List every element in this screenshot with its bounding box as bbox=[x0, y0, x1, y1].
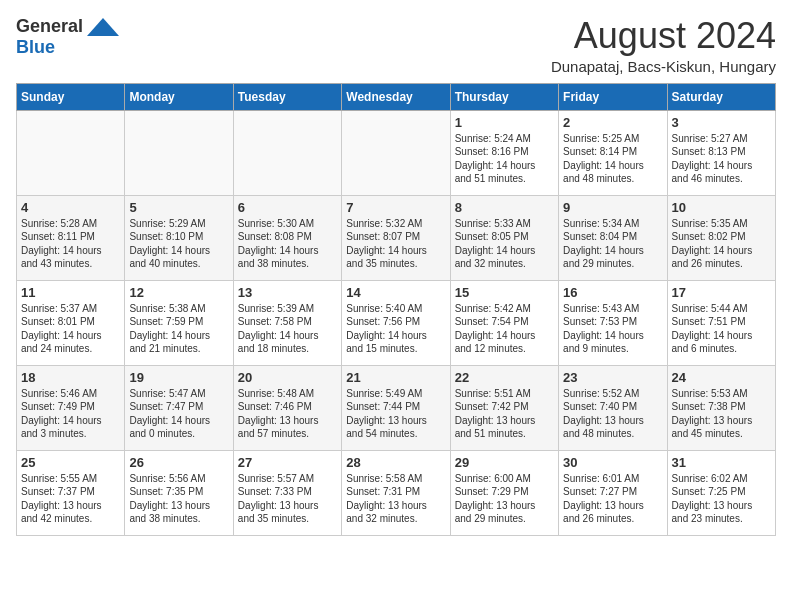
cell-content: Sunrise: 5:55 AM Sunset: 7:37 PM Dayligh… bbox=[21, 472, 120, 526]
day-number: 29 bbox=[455, 455, 554, 470]
location-title: Dunapataj, Bacs-Kiskun, Hungary bbox=[551, 58, 776, 75]
calendar-cell: 2Sunrise: 5:25 AM Sunset: 8:14 PM Daylig… bbox=[559, 110, 667, 195]
week-row-4: 18Sunrise: 5:46 AM Sunset: 7:49 PM Dayli… bbox=[17, 365, 776, 450]
svg-marker-0 bbox=[87, 18, 119, 36]
day-number: 25 bbox=[21, 455, 120, 470]
calendar-cell: 5Sunrise: 5:29 AM Sunset: 8:10 PM Daylig… bbox=[125, 195, 233, 280]
calendar-cell bbox=[17, 110, 125, 195]
cell-content: Sunrise: 5:56 AM Sunset: 7:35 PM Dayligh… bbox=[129, 472, 228, 526]
cell-content: Sunrise: 5:43 AM Sunset: 7:53 PM Dayligh… bbox=[563, 302, 662, 356]
day-number: 12 bbox=[129, 285, 228, 300]
day-number: 19 bbox=[129, 370, 228, 385]
title-area: August 2024 Dunapataj, Bacs-Kiskun, Hung… bbox=[551, 16, 776, 75]
calendar-cell: 1Sunrise: 5:24 AM Sunset: 8:16 PM Daylig… bbox=[450, 110, 558, 195]
cell-content: Sunrise: 5:37 AM Sunset: 8:01 PM Dayligh… bbox=[21, 302, 120, 356]
day-number: 4 bbox=[21, 200, 120, 215]
cell-content: Sunrise: 5:35 AM Sunset: 8:02 PM Dayligh… bbox=[672, 217, 771, 271]
day-number: 20 bbox=[238, 370, 337, 385]
calendar-table: SundayMondayTuesdayWednesdayThursdayFrid… bbox=[16, 83, 776, 536]
cell-content: Sunrise: 5:40 AM Sunset: 7:56 PM Dayligh… bbox=[346, 302, 445, 356]
calendar-cell: 29Sunrise: 6:00 AM Sunset: 7:29 PM Dayli… bbox=[450, 450, 558, 535]
day-number: 15 bbox=[455, 285, 554, 300]
col-header-thursday: Thursday bbox=[450, 83, 558, 110]
cell-content: Sunrise: 5:28 AM Sunset: 8:11 PM Dayligh… bbox=[21, 217, 120, 271]
calendar-cell: 6Sunrise: 5:30 AM Sunset: 8:08 PM Daylig… bbox=[233, 195, 341, 280]
calendar-cell: 9Sunrise: 5:34 AM Sunset: 8:04 PM Daylig… bbox=[559, 195, 667, 280]
cell-content: Sunrise: 5:34 AM Sunset: 8:04 PM Dayligh… bbox=[563, 217, 662, 271]
cell-content: Sunrise: 5:39 AM Sunset: 7:58 PM Dayligh… bbox=[238, 302, 337, 356]
day-number: 9 bbox=[563, 200, 662, 215]
calendar-cell: 10Sunrise: 5:35 AM Sunset: 8:02 PM Dayli… bbox=[667, 195, 775, 280]
calendar-cell: 31Sunrise: 6:02 AM Sunset: 7:25 PM Dayli… bbox=[667, 450, 775, 535]
calendar-cell: 12Sunrise: 5:38 AM Sunset: 7:59 PM Dayli… bbox=[125, 280, 233, 365]
day-number: 1 bbox=[455, 115, 554, 130]
cell-content: Sunrise: 5:29 AM Sunset: 8:10 PM Dayligh… bbox=[129, 217, 228, 271]
calendar-cell: 15Sunrise: 5:42 AM Sunset: 7:54 PM Dayli… bbox=[450, 280, 558, 365]
calendar-cell bbox=[233, 110, 341, 195]
logo-general-text: General bbox=[16, 16, 83, 37]
calendar-cell: 20Sunrise: 5:48 AM Sunset: 7:46 PM Dayli… bbox=[233, 365, 341, 450]
col-header-friday: Friday bbox=[559, 83, 667, 110]
logo-icon bbox=[87, 18, 119, 36]
calendar-cell: 26Sunrise: 5:56 AM Sunset: 7:35 PM Dayli… bbox=[125, 450, 233, 535]
cell-content: Sunrise: 5:53 AM Sunset: 7:38 PM Dayligh… bbox=[672, 387, 771, 441]
cell-content: Sunrise: 5:52 AM Sunset: 7:40 PM Dayligh… bbox=[563, 387, 662, 441]
day-number: 6 bbox=[238, 200, 337, 215]
calendar-cell: 8Sunrise: 5:33 AM Sunset: 8:05 PM Daylig… bbox=[450, 195, 558, 280]
header-row: SundayMondayTuesdayWednesdayThursdayFrid… bbox=[17, 83, 776, 110]
day-number: 2 bbox=[563, 115, 662, 130]
cell-content: Sunrise: 5:24 AM Sunset: 8:16 PM Dayligh… bbox=[455, 132, 554, 186]
calendar-cell: 7Sunrise: 5:32 AM Sunset: 8:07 PM Daylig… bbox=[342, 195, 450, 280]
day-number: 14 bbox=[346, 285, 445, 300]
col-header-sunday: Sunday bbox=[17, 83, 125, 110]
day-number: 30 bbox=[563, 455, 662, 470]
cell-content: Sunrise: 5:27 AM Sunset: 8:13 PM Dayligh… bbox=[672, 132, 771, 186]
calendar-cell: 16Sunrise: 5:43 AM Sunset: 7:53 PM Dayli… bbox=[559, 280, 667, 365]
day-number: 17 bbox=[672, 285, 771, 300]
day-number: 18 bbox=[21, 370, 120, 385]
col-header-saturday: Saturday bbox=[667, 83, 775, 110]
cell-content: Sunrise: 5:44 AM Sunset: 7:51 PM Dayligh… bbox=[672, 302, 771, 356]
cell-content: Sunrise: 5:46 AM Sunset: 7:49 PM Dayligh… bbox=[21, 387, 120, 441]
cell-content: Sunrise: 5:32 AM Sunset: 8:07 PM Dayligh… bbox=[346, 217, 445, 271]
calendar-cell: 11Sunrise: 5:37 AM Sunset: 8:01 PM Dayli… bbox=[17, 280, 125, 365]
week-row-2: 4Sunrise: 5:28 AM Sunset: 8:11 PM Daylig… bbox=[17, 195, 776, 280]
cell-content: Sunrise: 5:47 AM Sunset: 7:47 PM Dayligh… bbox=[129, 387, 228, 441]
calendar-cell: 3Sunrise: 5:27 AM Sunset: 8:13 PM Daylig… bbox=[667, 110, 775, 195]
day-number: 27 bbox=[238, 455, 337, 470]
week-row-3: 11Sunrise: 5:37 AM Sunset: 8:01 PM Dayli… bbox=[17, 280, 776, 365]
cell-content: Sunrise: 5:49 AM Sunset: 7:44 PM Dayligh… bbox=[346, 387, 445, 441]
col-header-wednesday: Wednesday bbox=[342, 83, 450, 110]
cell-content: Sunrise: 5:42 AM Sunset: 7:54 PM Dayligh… bbox=[455, 302, 554, 356]
day-number: 7 bbox=[346, 200, 445, 215]
col-header-tuesday: Tuesday bbox=[233, 83, 341, 110]
calendar-cell bbox=[342, 110, 450, 195]
cell-content: Sunrise: 5:25 AM Sunset: 8:14 PM Dayligh… bbox=[563, 132, 662, 186]
day-number: 28 bbox=[346, 455, 445, 470]
page-header: General Blue August 2024 Dunapataj, Bacs… bbox=[16, 16, 776, 75]
calendar-cell: 30Sunrise: 6:01 AM Sunset: 7:27 PM Dayli… bbox=[559, 450, 667, 535]
day-number: 23 bbox=[563, 370, 662, 385]
calendar-cell: 18Sunrise: 5:46 AM Sunset: 7:49 PM Dayli… bbox=[17, 365, 125, 450]
calendar-cell: 13Sunrise: 5:39 AM Sunset: 7:58 PM Dayli… bbox=[233, 280, 341, 365]
cell-content: Sunrise: 5:58 AM Sunset: 7:31 PM Dayligh… bbox=[346, 472, 445, 526]
day-number: 31 bbox=[672, 455, 771, 470]
month-title: August 2024 bbox=[551, 16, 776, 56]
day-number: 21 bbox=[346, 370, 445, 385]
day-number: 13 bbox=[238, 285, 337, 300]
cell-content: Sunrise: 6:02 AM Sunset: 7:25 PM Dayligh… bbox=[672, 472, 771, 526]
calendar-cell: 19Sunrise: 5:47 AM Sunset: 7:47 PM Dayli… bbox=[125, 365, 233, 450]
logo-blue-text: Blue bbox=[16, 37, 55, 58]
calendar-cell: 14Sunrise: 5:40 AM Sunset: 7:56 PM Dayli… bbox=[342, 280, 450, 365]
day-number: 22 bbox=[455, 370, 554, 385]
day-number: 26 bbox=[129, 455, 228, 470]
week-row-5: 25Sunrise: 5:55 AM Sunset: 7:37 PM Dayli… bbox=[17, 450, 776, 535]
cell-content: Sunrise: 6:01 AM Sunset: 7:27 PM Dayligh… bbox=[563, 472, 662, 526]
calendar-cell: 28Sunrise: 5:58 AM Sunset: 7:31 PM Dayli… bbox=[342, 450, 450, 535]
cell-content: Sunrise: 5:57 AM Sunset: 7:33 PM Dayligh… bbox=[238, 472, 337, 526]
day-number: 16 bbox=[563, 285, 662, 300]
calendar-cell: 17Sunrise: 5:44 AM Sunset: 7:51 PM Dayli… bbox=[667, 280, 775, 365]
logo: General Blue bbox=[16, 16, 119, 58]
calendar-cell: 23Sunrise: 5:52 AM Sunset: 7:40 PM Dayli… bbox=[559, 365, 667, 450]
calendar-cell: 25Sunrise: 5:55 AM Sunset: 7:37 PM Dayli… bbox=[17, 450, 125, 535]
